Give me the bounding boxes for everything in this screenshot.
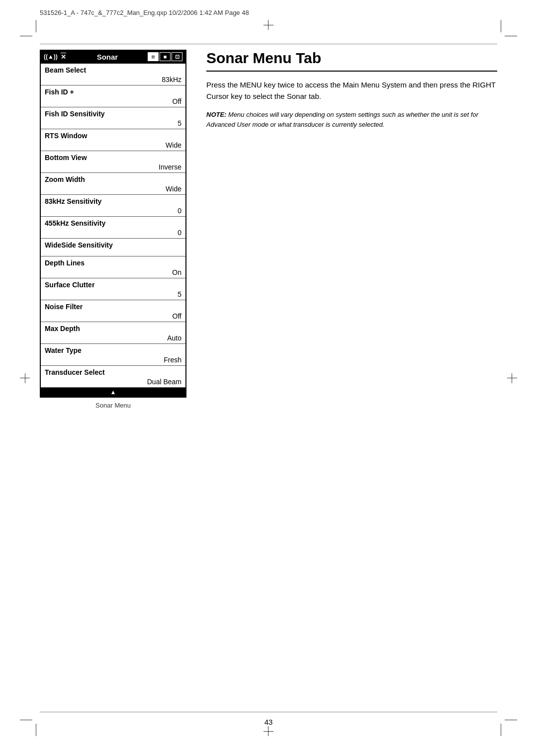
menu-item-water-type[interactable]: Water Type Fresh	[41, 344, 185, 366]
crop-mark-bl-v	[36, 724, 36, 736]
menu-item-beam-select-label: Beam Select	[45, 66, 181, 74]
device-caption: Sonar Menu	[40, 402, 186, 409]
menu-item-rts-window-value: Wide	[45, 141, 181, 149]
page-header: 531526-1_A - 747c_&_777c2_Man_Eng.qxp 10…	[40, 9, 497, 16]
scroll-indicator: ▲	[41, 388, 185, 397]
menu-header-title: Sonar	[69, 53, 146, 61]
crop-mark-br-v	[501, 724, 501, 736]
menu-item-455khz-sensitivity-label: 455kHz Sensitivity	[45, 219, 181, 227]
menu-item-noise-filter-value: Off	[45, 312, 181, 320]
crop-mark-tr-v	[501, 20, 501, 32]
menu-item-bottom-view-label: Bottom View	[45, 154, 181, 162]
menu-item-fish-id-value: Off	[45, 97, 181, 105]
menu-item-surface-clutter-value: 5	[45, 290, 181, 298]
menu-item-zoom-width-value: Wide	[45, 185, 181, 193]
menu-item-fish-id-sensitivity-value: 5	[45, 119, 181, 127]
menu-item-83khz-sensitivity-label: 83kHz Sensitivity	[45, 197, 181, 205]
section-description: Press the MENU key twice to access the M…	[206, 80, 497, 102]
sonar-cross-icon: ✕	[61, 53, 66, 61]
hr-top	[40, 44, 497, 44]
right-panel: Sonar Menu Tab Press the MENU key twice …	[206, 50, 497, 706]
device-menu-header: ((▲)) ✕ Sonar ≡ ■ ⊡	[41, 51, 185, 64]
left-panel: ((▲)) ✕ Sonar ≡ ■ ⊡ Beam Select 83kHz Fi…	[40, 50, 186, 706]
menu-item-max-depth-value: Auto	[45, 334, 181, 342]
menu-item-transducer-select[interactable]: Transducer Select Dual Beam	[41, 366, 185, 388]
note-paragraph: NOTE: Menu choices will vary depending o…	[206, 110, 497, 129]
header-text: 531526-1_A - 747c_&_777c2_Man_Eng.qxp 10…	[40, 9, 249, 16]
menu-item-455khz-sensitivity[interactable]: 455kHz Sensitivity 0	[41, 217, 185, 239]
menu-item-surface-clutter-label: Surface Clutter	[45, 281, 181, 289]
crop-mark-tl-v	[36, 20, 36, 32]
menu-item-fish-id-label: Fish ID +	[45, 88, 181, 96]
menu-item-transducer-select-value: Dual Beam	[45, 378, 181, 386]
menu-icon-screen: ■	[160, 52, 171, 61]
menu-item-bottom-view[interactable]: Bottom View Inverse	[41, 151, 185, 173]
crop-mark-bl-h	[20, 720, 32, 720]
menu-icon-power: ⊡	[172, 52, 182, 61]
menu-item-bottom-view-value: Inverse	[45, 163, 181, 171]
menu-item-beam-select-value: 83kHz	[45, 76, 181, 84]
menu-item-depth-lines-label: Depth Lines	[45, 259, 181, 267]
menu-item-83khz-sensitivity-value: 0	[45, 207, 181, 215]
menu-item-fish-id-sensitivity-label: Fish ID Sensitivity	[45, 110, 181, 118]
menu-item-fish-id-sensitivity[interactable]: Fish ID Sensitivity 5	[41, 107, 185, 129]
menu-item-455khz-sensitivity-value: 0	[45, 229, 181, 237]
menu-item-transducer-select-label: Transducer Select	[45, 368, 181, 376]
crop-mark-tl-h	[20, 36, 32, 36]
menu-item-rts-window-label: RTS Window	[45, 132, 181, 140]
menu-item-wideside-sensitivity[interactable]: WideSide Sensitivity	[41, 239, 185, 256]
menu-item-83khz-sensitivity[interactable]: 83kHz Sensitivity 0	[41, 195, 185, 217]
menu-item-zoom-width[interactable]: Zoom Width Wide	[41, 173, 185, 195]
menu-item-depth-lines[interactable]: Depth Lines On	[41, 256, 185, 278]
menu-item-wideside-sensitivity-label: WideSide Sensitivity	[45, 241, 181, 249]
menu-icon-lines: ≡	[148, 52, 159, 61]
main-content: ((▲)) ✕ Sonar ≡ ■ ⊡ Beam Select 83kHz Fi…	[40, 50, 497, 706]
section-title: Sonar Menu Tab	[206, 50, 497, 72]
menu-item-fish-id[interactable]: Fish ID + Off	[41, 85, 185, 107]
device-menu: ((▲)) ✕ Sonar ≡ ■ ⊡ Beam Select 83kHz Fi…	[40, 50, 186, 398]
menu-item-max-depth-label: Max Depth	[45, 325, 181, 333]
menu-header-icon-left: ((▲))	[44, 53, 58, 60]
page-number: 43	[265, 718, 273, 726]
menu-item-water-type-label: Water Type	[45, 346, 181, 354]
menu-item-noise-filter-label: Noise Filter	[45, 303, 181, 311]
menu-item-noise-filter[interactable]: Noise Filter Off	[41, 300, 185, 322]
note-label: NOTE:	[206, 111, 226, 118]
menu-item-water-type-value: Fresh	[45, 356, 181, 364]
note-content: Menu choices will vary depending on syst…	[206, 111, 478, 128]
crop-mark-br-h	[505, 720, 517, 720]
menu-item-depth-lines-value: On	[45, 268, 181, 276]
hr-bottom	[40, 712, 497, 712]
menu-item-beam-select[interactable]: Beam Select 83kHz	[41, 64, 185, 85]
menu-item-surface-clutter[interactable]: Surface Clutter 5	[41, 278, 185, 300]
menu-header-icons: ≡ ■ ⊡	[148, 52, 182, 61]
menu-item-max-depth[interactable]: Max Depth Auto	[41, 322, 185, 344]
menu-item-rts-window[interactable]: RTS Window Wide	[41, 129, 185, 151]
crop-mark-tr-h	[505, 36, 517, 36]
menu-item-zoom-width-label: Zoom Width	[45, 175, 181, 183]
